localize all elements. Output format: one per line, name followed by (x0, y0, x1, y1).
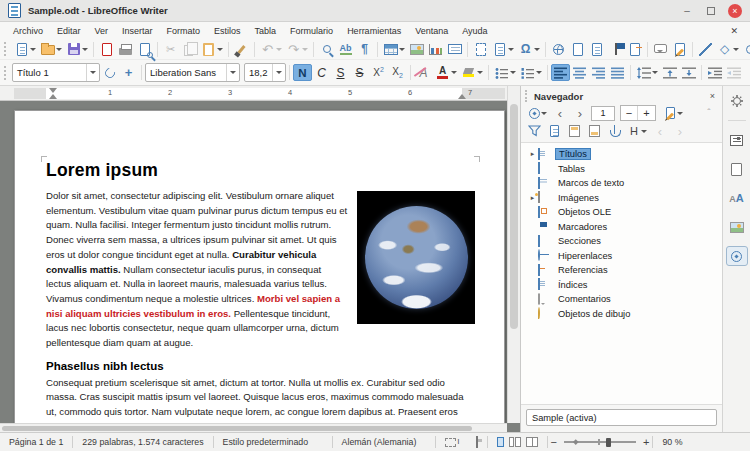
align-left-button[interactable] (551, 64, 570, 81)
next-item-button[interactable]: › (671, 123, 689, 139)
highlight-color-button[interactable] (459, 64, 485, 81)
bullet-list-button[interactable] (492, 64, 518, 81)
print-button[interactable] (116, 41, 135, 58)
tree-item-imagenes[interactable]: ▸ Imágenes (521, 191, 722, 206)
decrease-indent-button[interactable] (724, 64, 743, 81)
page-count-status[interactable]: Página 1 de 1 (0, 437, 72, 447)
panel-grip[interactable] (525, 90, 529, 102)
header-button[interactable] (565, 123, 583, 139)
menu-insertar[interactable]: Insertar (115, 24, 160, 38)
align-center-button[interactable] (570, 64, 589, 81)
paragraph-style-dropdown[interactable] (86, 64, 99, 81)
close-window-button[interactable]: × (728, 4, 742, 18)
insert-field-button[interactable] (490, 41, 516, 58)
footer-button[interactable] (585, 123, 603, 139)
update-style-button[interactable] (100, 64, 119, 81)
insert-bookmark-button[interactable] (606, 41, 625, 58)
previous-button[interactable]: ‹ (551, 105, 569, 121)
tree-item-referencias[interactable]: Referencias (521, 263, 722, 278)
zoom-slider[interactable] (564, 441, 636, 443)
close-document-button[interactable]: ✕ (724, 26, 744, 36)
document-modified-status[interactable] (467, 437, 487, 447)
new-document-button[interactable] (12, 41, 38, 58)
font-name-dropdown[interactable] (226, 64, 239, 81)
tab-page[interactable] (726, 159, 748, 179)
font-size-combo[interactable]: 18,2 (244, 63, 286, 82)
strikethrough-button[interactable]: S (350, 64, 369, 81)
subscript-button[interactable]: X2 (388, 64, 407, 81)
insert-hyperlink-button[interactable] (549, 41, 568, 58)
italic-button[interactable]: C (312, 64, 331, 81)
insert-cross-reference-button[interactable] (625, 41, 644, 58)
show-draw-functions-button[interactable] (741, 41, 750, 58)
horizontal-scrollbar-thumb[interactable] (2, 426, 472, 431)
horizontal-ruler[interactable]: 1 2 3 4 5 6 7 (0, 86, 507, 101)
right-indent-marker[interactable] (458, 94, 466, 99)
tree-item-marcos-de-texto[interactable]: Marcos de texto (521, 176, 722, 191)
tree-item-secciones[interactable]: Secciones (521, 234, 722, 249)
selection-mode-status[interactable] (436, 438, 467, 447)
tree-item-comentarios[interactable]: Comentarios (521, 292, 722, 307)
navigator-close-button[interactable]: × (707, 91, 718, 101)
menu-herramientas[interactable]: Herramientas (340, 24, 408, 38)
paragraph-style-combo[interactable]: Título 1 (12, 63, 100, 82)
clear-formatting-button[interactable]: A (414, 64, 433, 81)
zoom-out-button[interactable]: − (548, 436, 560, 448)
tab-properties[interactable] (726, 130, 748, 150)
vertical-scrollbar-thumb[interactable] (510, 104, 518, 329)
menu-archivo[interactable]: Archivo (6, 24, 50, 38)
next-button[interactable]: › (571, 105, 589, 121)
expander-icon[interactable]: ▸ (527, 150, 538, 158)
insert-comment-button[interactable] (651, 41, 670, 58)
clone-formatting-button[interactable] (232, 41, 251, 58)
minus-button[interactable]: − (621, 106, 638, 120)
new-style-button[interactable]: + (119, 64, 138, 81)
tree-item-hiperenlaces[interactable]: Hiperenlaces (521, 249, 722, 264)
menu-formulario[interactable]: Formulario (283, 24, 340, 38)
insert-page-break-button[interactable] (471, 41, 490, 58)
menu-editar[interactable]: Editar (50, 24, 88, 38)
tree-item-marcadores[interactable]: Marcadores (521, 220, 722, 235)
open-button[interactable] (38, 41, 64, 58)
redo-button[interactable]: ↷ (284, 41, 310, 58)
find-replace-button[interactable] (317, 41, 336, 58)
menu-tabla[interactable]: Tabla (248, 24, 284, 38)
tab-styles[interactable]: AA (726, 188, 748, 208)
font-color-button[interactable]: A (433, 64, 459, 81)
minimize-button[interactable]: – (680, 4, 694, 18)
track-changes-button[interactable] (670, 41, 689, 58)
tree-item-objetos-de-dibujo[interactable]: Objetos de dibujo (521, 307, 722, 322)
tab-navigator[interactable] (726, 246, 748, 266)
tree-item-titulos[interactable]: ▸ Títulos (521, 147, 722, 162)
menu-ayuda[interactable]: Ayuda (455, 24, 494, 38)
collapse-panel-button[interactable]: ˆ (700, 105, 718, 121)
font-name-combo[interactable]: Liberation Sans (145, 63, 240, 82)
insert-special-character-button[interactable]: Ω (516, 41, 542, 58)
insert-endnote-button[interactable] (587, 41, 606, 58)
increase-indent-button[interactable] (705, 64, 724, 81)
zoom-level-status[interactable]: 90 % (653, 437, 691, 447)
font-size-dropdown[interactable] (272, 64, 285, 81)
export-pdf-button[interactable] (97, 41, 116, 58)
insert-line-button[interactable] (696, 41, 715, 58)
insert-table-button[interactable] (381, 41, 407, 58)
set-reminder-button[interactable] (545, 123, 563, 139)
align-right-button[interactable] (589, 64, 608, 81)
spelling-button[interactable]: Ab (336, 41, 355, 58)
formatting-marks-button[interactable]: ¶ (355, 41, 374, 58)
earth-image[interactable] (357, 191, 475, 324)
superscript-button[interactable]: X2 (369, 64, 388, 81)
left-indent-marker[interactable] (49, 94, 57, 99)
menu-ventana[interactable]: Ventana (408, 24, 455, 38)
previous-item-button[interactable]: ‹ (651, 123, 669, 139)
numbered-list-button[interactable] (518, 64, 544, 81)
underline-button[interactable]: S (331, 64, 350, 81)
justify-button[interactable] (608, 64, 627, 81)
plus-button[interactable]: + (638, 106, 655, 120)
menu-formato[interactable]: Formato (160, 24, 208, 38)
zoom-in-button[interactable]: + (640, 436, 652, 448)
tree-item-indices[interactable]: Índices (521, 278, 722, 293)
undo-button[interactable]: ↶ (258, 41, 284, 58)
language-status[interactable]: Alemán (Alemania) (333, 437, 435, 447)
multi-page-view-icon[interactable] (509, 437, 521, 447)
